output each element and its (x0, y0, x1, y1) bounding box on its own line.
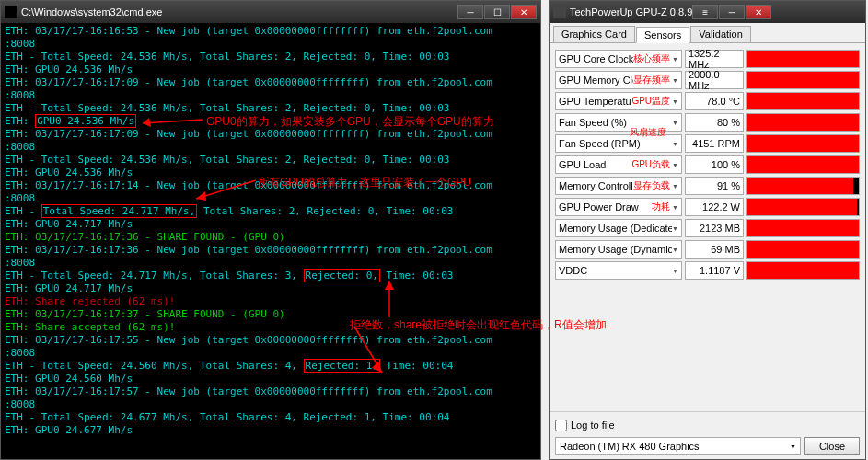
chevron-down-icon: ▼ (672, 225, 678, 232)
tab-graphics-card[interactable]: Graphics Card (553, 26, 635, 42)
sensor-value[interactable]: 100 % (685, 155, 744, 174)
sensors-panel: GPU Core Clock核心频率▼1325.2 MHzGPU Memory … (550, 43, 865, 287)
cmd-minimize-button[interactable]: ─ (457, 5, 483, 19)
sensor-graph (746, 155, 860, 174)
sensor-label: GPU Load (559, 159, 631, 170)
sensor-annotation: 风扇速度 (630, 126, 666, 139)
cmd-titlebar[interactable]: C:\Windows\system32\cmd.exe ─ ☐ ✕ (1, 1, 540, 23)
sensor-graph (746, 71, 860, 89)
chevron-down-icon: ▼ (672, 162, 678, 168)
sensor-graph (746, 198, 860, 216)
sensor-row: Memory Usage (Dedicated)▼2123 MB (555, 218, 860, 238)
chevron-down-icon: ▼ (790, 443, 796, 450)
gpuz-titlebar[interactable]: TechPowerUp GPU-Z 0.8.9 ≡ ─ ✕ (550, 1, 865, 23)
chevron-down-icon: ▼ (672, 204, 678, 211)
sensor-name-dropdown[interactable]: GPU Power Draw功耗▼ (555, 198, 682, 216)
sensor-name-dropdown[interactable]: Fan Speed (RPM)风扇速度▼ (555, 134, 682, 153)
cmd-window: C:\Windows\system32\cmd.exe ─ ☐ ✕ ETH: 0… (0, 0, 541, 460)
gpuz-help-button[interactable]: ≡ (692, 5, 718, 19)
sensor-label: GPU Memory Clock (559, 75, 633, 86)
sensor-graph (746, 219, 860, 237)
sensor-row: GPU TemperatureGPU温度▼78.0 °C (555, 91, 860, 111)
sensor-name-dropdown[interactable]: Memory Usage (Dynamic)▼ (555, 240, 682, 259)
sensor-row: Fan Speed (%)▼80 % (555, 112, 860, 132)
sensor-graph (746, 92, 860, 110)
sensor-graph (746, 134, 860, 153)
sensor-label: GPU Power Draw (559, 201, 652, 213)
sensor-value[interactable]: 2000.0 MHz (685, 71, 744, 89)
gpuz-minimize-button[interactable]: ─ (719, 5, 745, 19)
sensor-graph (746, 261, 860, 280)
sensor-annotation: 核心频率 (633, 52, 670, 65)
sensor-graph (746, 50, 860, 68)
sensor-graph (746, 240, 860, 259)
sensor-row: Fan Speed (RPM)风扇速度▼4151 RPM (555, 133, 860, 154)
cmd-output: ETH: 03/17/17-16:16:53 - New job (target… (1, 23, 540, 439)
sensor-label: VDDC (559, 265, 672, 276)
gpuz-title: TechPowerUp GPU-Z 0.8.9 (570, 6, 692, 17)
cmd-title: C:\Windows\system32\cmd.exe (21, 6, 457, 17)
tab-validation[interactable]: Validation (690, 26, 751, 42)
sensor-name-dropdown[interactable]: GPU Memory Clock显存频率▼ (555, 71, 682, 89)
gpuz-window: TechPowerUp GPU-Z 0.8.9 ≡ ─ ✕ Graphics C… (549, 0, 866, 460)
sensor-row: GPU Memory Clock显存频率▼2000.0 MHz (555, 70, 860, 90)
close-button[interactable]: Close (804, 437, 860, 455)
sensor-value[interactable]: 91 % (685, 177, 744, 195)
chevron-down-icon: ▼ (672, 247, 678, 253)
gpu-select-value: Radeon (TM) RX 480 Graphics (560, 441, 700, 452)
sensor-value[interactable]: 78.0 °C (685, 92, 744, 110)
sensor-row: Memory Usage (Dynamic)▼69 MB (555, 239, 860, 259)
sensor-label: GPU Core Clock (559, 53, 633, 64)
sensor-name-dropdown[interactable]: Memory Usage (Dedicated)▼ (555, 219, 682, 237)
tab-sensors[interactable]: Sensors (636, 27, 689, 43)
sensor-name-dropdown[interactable]: Memory Controller Load显存负载▼ (555, 177, 682, 195)
sensor-value[interactable]: 2123 MB (685, 219, 744, 237)
sensor-name-dropdown[interactable]: GPU TemperatureGPU温度▼ (555, 92, 682, 110)
chevron-down-icon: ▼ (672, 120, 678, 126)
sensor-row: GPU Core Clock核心频率▼1325.2 MHz (555, 49, 860, 69)
sensor-value[interactable]: 4151 RPM (685, 134, 744, 153)
sensor-label: Memory Usage (Dedicated) (559, 223, 672, 234)
chevron-down-icon: ▼ (672, 77, 678, 84)
sensor-row: GPU LoadGPU负载▼100 % (555, 155, 860, 175)
log-to-file-label: Log to file (571, 420, 615, 431)
chevron-down-icon: ▼ (672, 268, 678, 274)
sensor-value[interactable]: 1325.2 MHz (685, 50, 744, 68)
sensor-annotation: GPU温度 (631, 95, 670, 108)
sensor-label: Fan Speed (RPM) (559, 138, 672, 149)
sensor-annotation: 显存频率 (633, 74, 670, 86)
sensor-label: GPU Temperature (559, 96, 631, 107)
gpu-select-dropdown[interactable]: Radeon (TM) RX 480 Graphics ▼ (555, 437, 801, 455)
cmd-icon (5, 6, 17, 18)
log-to-file-checkbox[interactable] (555, 420, 567, 431)
gpuz-bottom-bar: Log to file Radeon (TM) RX 480 Graphics … (550, 411, 865, 459)
cmd-maximize-button[interactable]: ☐ (484, 5, 510, 19)
sensor-graph (746, 177, 860, 195)
sensor-label: Memory Usage (Dynamic) (559, 244, 672, 255)
sensor-row: GPU Power Draw功耗▼122.2 W (555, 197, 860, 217)
sensor-name-dropdown[interactable]: VDDC▼ (555, 261, 682, 280)
sensor-name-dropdown[interactable]: GPU Core Clock核心频率▼ (555, 50, 682, 68)
gpuz-icon (553, 6, 566, 18)
gpuz-tabs: Graphics Card Sensors Validation (550, 23, 865, 43)
sensor-graph (746, 113, 860, 132)
sensor-annotation: GPU负载 (631, 158, 670, 171)
sensor-row: Memory Controller Load显存负载▼91 % (555, 176, 860, 196)
sensor-value[interactable]: 80 % (685, 113, 744, 132)
sensor-value[interactable]: 1.1187 V (685, 261, 744, 280)
sensor-annotation: 显存负载 (633, 179, 670, 192)
sensor-value[interactable]: 69 MB (685, 240, 744, 259)
gpuz-close-button[interactable]: ✕ (746, 5, 771, 19)
chevron-down-icon: ▼ (672, 141, 678, 147)
cmd-close-button[interactable]: ✕ (511, 5, 537, 19)
sensor-value[interactable]: 122.2 W (685, 198, 744, 216)
sensor-annotation: 功耗 (652, 201, 670, 213)
chevron-down-icon: ▼ (672, 98, 678, 105)
sensor-label: Memory Controller Load (559, 180, 633, 191)
sensor-row: VDDC▼1.1187 V (555, 260, 860, 281)
sensor-name-dropdown[interactable]: GPU LoadGPU负载▼ (555, 155, 682, 174)
chevron-down-icon: ▼ (672, 56, 678, 63)
chevron-down-icon: ▼ (672, 183, 678, 190)
